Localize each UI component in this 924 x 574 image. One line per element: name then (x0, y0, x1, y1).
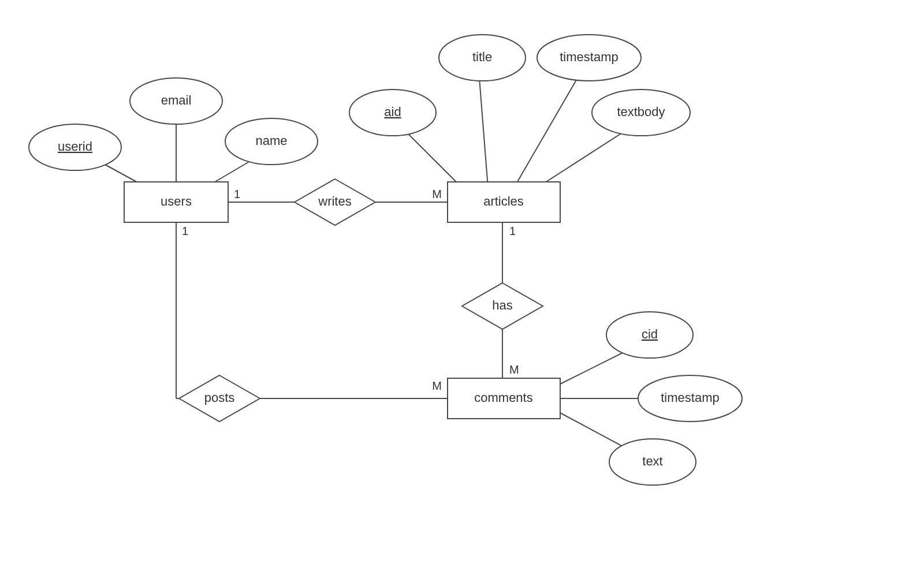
attr-article-timestamp: timestamp (537, 35, 641, 81)
card-users-posts: 1 (182, 225, 188, 237)
card-users-writes: 1 (234, 188, 240, 200)
attr-text-label: text (642, 454, 662, 468)
relationship-posts: posts (179, 375, 260, 422)
attr-email-label: email (161, 93, 192, 107)
attr-textbody-label: textbody (617, 105, 665, 119)
attr-comment-timestamp: timestamp (638, 375, 742, 422)
attr-text: text (609, 439, 696, 485)
card-articles-has: 1 (509, 225, 516, 237)
card-writes-articles: M (432, 188, 442, 200)
attr-comment-timestamp-label: timestamp (661, 390, 719, 405)
attr-cid: cid (606, 312, 693, 358)
relationship-has: has (462, 283, 543, 329)
entity-comments-label: comments (474, 390, 532, 405)
relationship-writes-label: writes (318, 194, 351, 208)
card-posts-comments: M (432, 379, 442, 392)
attr-userid: userid (29, 124, 121, 170)
er-diagram: 1 M 1 1 M M users articles comments writ… (0, 0, 924, 574)
attr-name-label: name (255, 133, 287, 148)
relationship-writes: writes (295, 179, 375, 225)
entity-users: users (124, 182, 228, 222)
attr-aid: aid (349, 90, 436, 136)
entity-comments: comments (448, 378, 560, 419)
attr-cid-label: cid (642, 327, 658, 341)
relationship-has-label: has (492, 298, 512, 312)
attr-name: name (225, 118, 318, 165)
attr-article-timestamp-label: timestamp (560, 50, 618, 64)
edge-articles-aid (404, 130, 462, 188)
entity-articles: articles (448, 182, 560, 222)
attr-aid-label: aid (384, 105, 401, 119)
relationship-posts-label: posts (204, 390, 235, 405)
entity-articles-label: articles (483, 194, 524, 208)
attr-userid-label: userid (58, 139, 92, 154)
attr-textbody: textbody (592, 90, 690, 136)
edge-articles-textbody (537, 130, 627, 188)
card-has-comments: M (509, 363, 519, 376)
attr-title-label: title (472, 50, 492, 64)
attr-email: email (130, 78, 222, 124)
edge-articles-timestamp (514, 78, 578, 188)
attr-title: title (439, 35, 526, 81)
edge-articles-title (479, 78, 488, 188)
entity-users-label: users (161, 194, 192, 208)
